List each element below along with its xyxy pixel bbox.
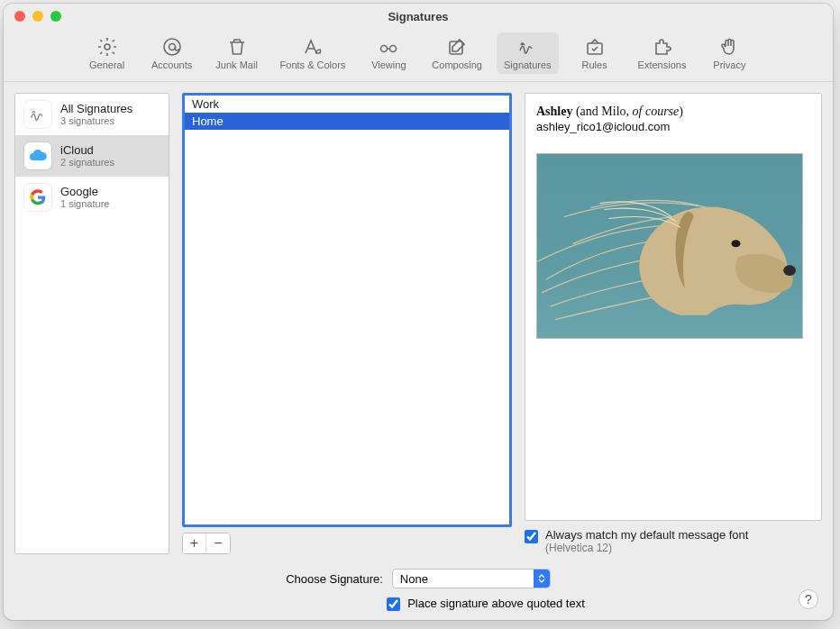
tab-label: Privacy [713,59,745,70]
sig-name-rest: (and Milo, [572,105,632,118]
tab-extensions[interactable]: Extensions [631,32,694,74]
zoom-button[interactable] [50,11,61,22]
svg-point-2 [169,44,175,50]
account-name: All Signatures [60,102,132,116]
place-above-row: Place signature above quoted text [387,596,585,611]
add-remove-group: + − [182,533,231,554]
glasses-icon [376,36,401,58]
sig-name-italic: of course [633,105,680,118]
svg-point-8 [732,240,741,247]
tab-composing[interactable]: Composing [425,32,489,74]
svg-point-1 [164,39,180,55]
bottom-options: Choose Signature: None Place signature a… [14,554,822,611]
choose-signature-row: Choose Signature: None [286,569,551,588]
match-font-text: Always match my default message font (He… [545,528,748,554]
puzzle-icon [649,36,674,58]
signature-preview[interactable]: Ashley (and Milo, of course) ashley_rico… [525,93,822,521]
panels: All Signatures 3 signatures iCloud 2 sig… [14,93,822,554]
tab-label: Rules [582,59,607,70]
tab-label: Viewing [371,59,406,70]
tab-junk-mail[interactable]: Junk Mail [208,32,266,74]
signature-email: ashley_rico1@icloud.com [536,120,810,133]
compose-icon [444,36,470,58]
choose-signature-label: Choose Signature: [286,572,383,586]
match-font-row: Always match my default message font (He… [525,528,822,554]
svg-point-0 [105,44,110,50]
add-signature-button[interactable]: + [183,533,206,553]
match-font-checkbox[interactable] [525,530,538,543]
match-font-sub: (Helvetica 12) [545,542,748,554]
match-font-label: Always match my default message font [545,528,748,542]
content-area: All Signatures 3 signatures iCloud 2 sig… [4,82,833,620]
accounts-list[interactable]: All Signatures 3 signatures iCloud 2 sig… [14,93,169,554]
tab-label: Junk Mail [215,59,257,70]
signature-name-line: Ashley (and Milo, of course) [536,105,810,119]
tab-label: General [89,59,124,70]
google-icon [24,184,51,211]
sig-name-bold: Ashley [536,105,572,118]
gear-icon [95,36,120,58]
choose-signature-value: None [400,572,428,586]
tab-label: Extensions [638,59,687,70]
titlebar: Signatures [4,4,833,29]
signature-work[interactable]: Work [185,96,509,113]
tab-label: Fonts & Colors [280,59,346,70]
account-text: All Signatures 3 signatures [60,102,132,128]
account-text: Google 1 signature [60,185,109,211]
sig-name-close: ) [679,105,683,118]
preferences-window: Signatures General Accounts Junk Mail Fo… [4,4,833,620]
account-name: Google [60,185,109,199]
remove-signature-button[interactable]: − [206,533,230,553]
place-above-label: Place signature above quoted text [407,597,585,610]
preview-column: Ashley (and Milo, of course) ashley_rico… [525,93,822,554]
signature-image [536,153,803,339]
account-google[interactable]: Google 1 signature [15,177,169,218]
account-name: iCloud [60,143,114,158]
choose-signature-select[interactable]: None [392,569,551,588]
at-icon [160,36,185,58]
icloud-icon [24,142,51,169]
trash-icon [224,36,250,58]
rules-icon [582,36,607,58]
help-button[interactable]: ? [799,589,818,609]
svg-point-3 [381,46,388,52]
signatures-list[interactable]: Work Home [182,93,512,527]
tab-viewing[interactable]: Viewing [360,32,417,74]
signature-home[interactable]: Home [185,113,509,130]
place-above-checkbox[interactable] [387,597,400,611]
account-all-signatures[interactable]: All Signatures 3 signatures [15,94,169,135]
hand-icon [717,36,742,58]
account-icloud[interactable]: iCloud 2 signatures [15,135,169,177]
tab-general[interactable]: General [78,32,136,74]
minimize-button[interactable] [32,11,43,22]
help-icon: ? [805,592,812,606]
tab-privacy[interactable]: Privacy [700,32,758,74]
traffic-lights [14,11,61,22]
svg-point-7 [783,265,796,276]
all-signatures-icon [24,101,51,128]
tab-label: Signatures [504,59,552,70]
account-text: iCloud 2 signatures [60,143,114,169]
account-count: 2 signatures [60,157,114,169]
signature-icon [515,36,540,58]
svg-point-4 [390,46,397,52]
select-caret-icon [534,570,550,588]
tab-fonts-colors[interactable]: Fonts & Colors [273,32,353,74]
account-count: 3 signatures [60,115,132,127]
tab-label: Accounts [151,59,192,70]
account-count: 1 signature [60,198,109,210]
preferences-toolbar: General Accounts Junk Mail Fonts & Color… [4,29,833,82]
close-button[interactable] [14,11,25,22]
tab-accounts[interactable]: Accounts [143,32,201,74]
font-icon [300,36,325,58]
tab-rules[interactable]: Rules [566,32,624,74]
signatures-column: Work Home + − [182,93,512,554]
tab-label: Composing [432,59,482,70]
window-title: Signatures [388,10,448,23]
tab-signatures[interactable]: Signatures [497,32,559,74]
